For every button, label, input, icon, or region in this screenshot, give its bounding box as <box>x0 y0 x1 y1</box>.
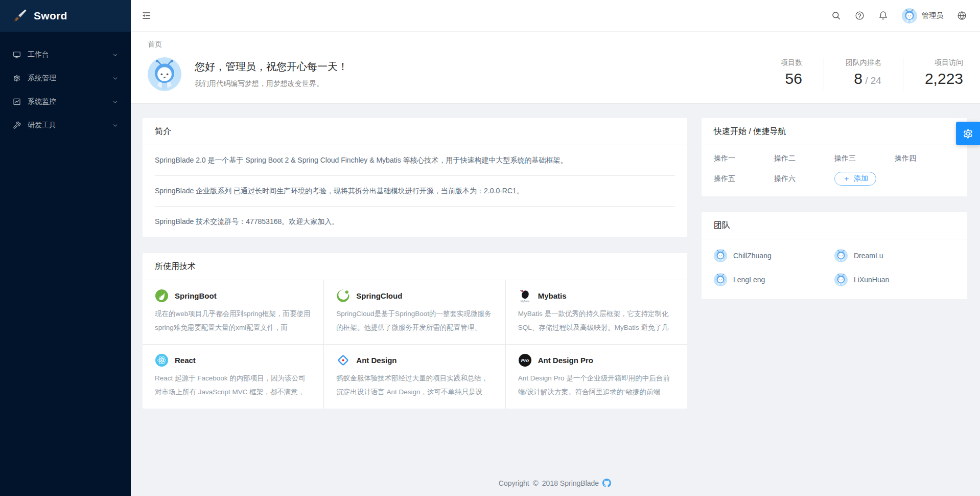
quick-link-1[interactable]: 操作一 <box>714 154 774 163</box>
add-button-label: 添加 <box>854 174 868 183</box>
tech-card: 所使用技术 SpringBoot 现在的web项目几乎都会用到spring框架，… <box>143 253 687 409</box>
welcome-block: 您好，管理员，祝您开心每一天！ 我们用代码编写梦想，用梦想改变世界。 <box>148 57 348 91</box>
tech-name: SpringBoot <box>175 291 217 300</box>
add-button[interactable]: ＋ 添加 <box>834 172 876 186</box>
footer: Copyright © 2018 SpringBlade <box>143 471 967 496</box>
tech-cell-ant-design-pro: Ant Design Pro Ant Design Pro 是一个企业级开箱即用… <box>506 345 687 409</box>
help-button[interactable] <box>855 11 865 20</box>
topbar-actions: 管理员 <box>831 8 980 24</box>
main-area: 管理员 首页 您好，管理员，祝您开心每一天！ 我们用代码编写梦想，用梦想改变世界… <box>131 0 980 496</box>
quick-link-4[interactable]: 操作四 <box>895 154 955 163</box>
user-menu[interactable]: 管理员 <box>902 8 943 24</box>
content-right-column: 快速开始 / 便捷导航 操作一 操作二 操作三 操作四 操作五 操作六 ＋ 添加 <box>702 118 967 299</box>
github-link[interactable] <box>602 479 611 487</box>
tech-cell-mybatis: Mybatis MyBatis 是一款优秀的持久层框架，它支持定制化 SQL、存… <box>506 280 687 345</box>
tech-description: MyBatis 是一款优秀的持久层框架，它支持定制化 SQL、存储过程以及高级映… <box>518 307 675 334</box>
quick-start-title: 快速开始 / 便捷导航 <box>702 118 967 145</box>
chevron-down-icon <box>112 52 118 58</box>
sidebar-item-workbench[interactable]: 工作台 <box>0 43 131 66</box>
search-button[interactable] <box>831 11 841 20</box>
tech-card-title: 所使用技术 <box>143 253 687 280</box>
app-title: Sword <box>34 10 67 22</box>
sidebar-collapse-button[interactable] <box>131 0 161 32</box>
member-avatar <box>714 273 727 286</box>
user-name: 管理员 <box>922 11 943 20</box>
sword-icon <box>13 9 27 23</box>
stat-value: 56 <box>785 70 802 87</box>
notifications-button[interactable] <box>878 11 888 20</box>
page-header: 首页 您好，管理员，祝您开心每一天！ 我们用代码编写梦想，用梦想改变世界。 项目… <box>131 32 980 104</box>
quick-link-5[interactable]: 操作五 <box>714 174 774 184</box>
tech-cell-springcloud: SpringCloud SpringCloud是基于SpringBoot的一整套… <box>324 280 505 345</box>
quick-start-card: 快速开始 / 便捷导航 操作一 操作二 操作三 操作四 操作五 操作六 ＋ 添加 <box>702 118 967 196</box>
member-name: ChillZhuang <box>733 252 772 260</box>
member-name: DreamLu <box>854 252 883 260</box>
tech-description: 蚂蚁金服体验技术部经过大量的项目实践和总结，沉淀出设计语言 Ant Design… <box>336 371 493 399</box>
gear-icon <box>13 74 21 82</box>
topbar: 管理员 <box>131 0 980 32</box>
copyright-icon: © <box>533 479 539 487</box>
sidebar-item-system-monitor[interactable]: 系统监控 <box>0 90 131 114</box>
team-member-lengleng[interactable]: LengLeng <box>714 273 834 286</box>
stat-label: 团队内排名 <box>846 58 881 67</box>
sidebar-item-system-admin[interactable]: 系统管理 <box>0 66 131 90</box>
tool-icon <box>13 121 21 129</box>
sidebar-item-label: 工作台 <box>28 50 106 59</box>
team-card: 团队 ChillZhuang DreamLu <box>702 212 967 299</box>
team-member-chillzhuang[interactable]: ChillZhuang <box>714 249 834 262</box>
content: 简介 SpringBlade 2.0 是一个基于 Spring Boot 2 &… <box>131 104 980 496</box>
chevron-down-icon <box>112 76 118 81</box>
springcloud-icon <box>336 289 350 303</box>
member-name: LengLeng <box>733 276 765 284</box>
settings-fab-button[interactable] <box>956 122 980 145</box>
member-name: LiXunHuan <box>854 276 889 284</box>
welcome-title: 您好，管理员，祝您开心每一天！ <box>195 60 348 74</box>
stat-projects: 项目数 56 <box>759 58 824 91</box>
stats-block: 项目数 56 团队内排名 8 / 24 项目访问 2,223 <box>759 58 964 91</box>
ant-design-icon <box>336 353 350 367</box>
sidebar: Sword 工作台 系统管理 系统监控 研发工具 <box>0 0 131 496</box>
react-icon <box>155 353 169 367</box>
tech-cell-ant-design: Ant Design 蚂蚁金服体验技术部经过大量的项目实践和总结，沉淀出设计语言… <box>324 345 505 409</box>
app-logo[interactable]: Sword <box>0 0 131 32</box>
breadcrumb-home[interactable]: 首页 <box>148 40 162 49</box>
user-avatar <box>902 8 917 24</box>
intro-paragraph: SpringBlade 企业版系列 已通过长时间生产环境的考验，现将其拆分出基础… <box>155 176 675 207</box>
quick-link-3[interactable]: 操作三 <box>834 154 895 163</box>
tech-name: Mybatis <box>538 291 567 300</box>
welcome-subtitle: 我们用代码编写梦想，用梦想改变世界。 <box>195 79 348 88</box>
desktop-icon <box>13 51 21 59</box>
tech-cell-react: React React 起源于 Facebook 的内部项目，因为该公司对市场上… <box>143 345 324 409</box>
stat-project-visits: 项目访问 2,223 <box>903 58 964 91</box>
member-avatar <box>834 249 848 262</box>
footer-brand-text: 2018 SpringBlade <box>542 479 599 487</box>
mybatis-icon <box>518 289 532 303</box>
intro-card: 简介 SpringBlade 2.0 是一个基于 Spring Boot 2 &… <box>143 118 687 237</box>
chevron-down-icon <box>112 99 118 105</box>
language-button[interactable] <box>957 11 967 20</box>
tech-description: Ant Design Pro 是一个企业级开箱即用的中后台前端/设计解决方案。符… <box>518 371 675 399</box>
chevron-down-icon <box>112 123 118 128</box>
quick-link-6[interactable]: 操作六 <box>774 174 834 184</box>
tech-description: 现在的web项目几乎都会用到spring框架，而要使用spring难免需要配置大… <box>155 307 311 334</box>
footer-copyright-text: Copyright <box>499 479 529 487</box>
intro-paragraph: SpringBlade 技术交流群号：477853168。欢迎大家加入。 <box>155 207 675 237</box>
bell-icon <box>878 11 888 20</box>
welcome-avatar <box>148 57 181 91</box>
quick-link-2[interactable]: 操作二 <box>774 154 834 163</box>
intro-card-title: 简介 <box>143 118 687 145</box>
menu-fold-icon <box>142 11 151 20</box>
team-member-lixunhuan[interactable]: LiXunHuan <box>834 273 955 286</box>
quick-links: 操作一 操作二 操作三 操作四 操作五 操作六 ＋ 添加 <box>702 145 967 196</box>
stat-value: 8 <box>854 70 862 87</box>
sidebar-item-dev-tools[interactable]: 研发工具 <box>0 114 131 137</box>
stat-suffix: / 24 <box>862 75 881 86</box>
team-member-dreamlu[interactable]: DreamLu <box>834 249 955 262</box>
monitor-chart-icon <box>13 98 21 106</box>
sidebar-item-label: 研发工具 <box>28 121 106 130</box>
github-icon <box>602 479 611 487</box>
sidebar-item-label: 系统管理 <box>28 74 106 83</box>
tech-cell-springboot: SpringBoot 现在的web项目几乎都会用到spring框架，而要使用sp… <box>143 280 324 345</box>
tech-grid: SpringBoot 现在的web项目几乎都会用到spring框架，而要使用sp… <box>143 280 687 409</box>
team-card-title: 团队 <box>702 212 967 239</box>
